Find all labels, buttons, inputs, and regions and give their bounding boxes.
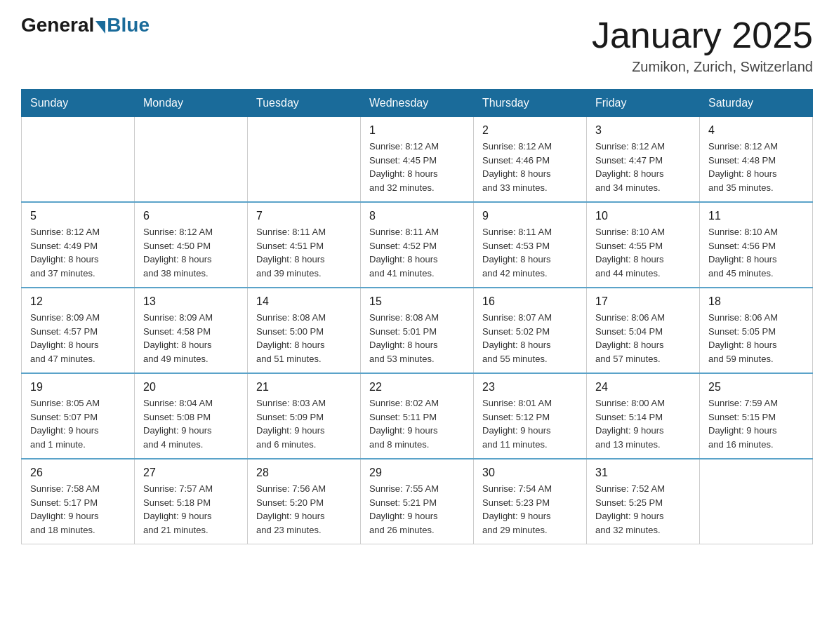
day-info: Sunrise: 7:57 AM Sunset: 5:18 PM Dayligh… (143, 482, 239, 537)
calendar-cell: 25Sunrise: 7:59 AM Sunset: 5:15 PM Dayli… (700, 373, 813, 459)
day-number: 20 (143, 381, 239, 394)
month-title: January 2025 (592, 14, 813, 56)
day-number: 18 (708, 295, 804, 308)
day-info: Sunrise: 8:12 AM Sunset: 4:45 PM Dayligh… (369, 140, 465, 194)
day-number: 13 (143, 295, 239, 308)
day-info: Sunrise: 8:08 AM Sunset: 5:01 PM Dayligh… (369, 311, 465, 365)
calendar-table: SundayMondayTuesdayWednesdayThursdayFrid… (21, 89, 813, 544)
day-number: 29 (369, 467, 465, 479)
calendar-cell: 10Sunrise: 8:10 AM Sunset: 4:55 PM Dayli… (587, 202, 700, 288)
day-info: Sunrise: 8:11 AM Sunset: 4:51 PM Dayligh… (256, 225, 352, 280)
day-number: 9 (482, 210, 578, 222)
calendar-cell: 28Sunrise: 7:56 AM Sunset: 5:20 PM Dayli… (248, 459, 361, 544)
calendar-cell: 6Sunrise: 8:12 AM Sunset: 4:50 PM Daylig… (135, 202, 248, 288)
calendar-cell: 18Sunrise: 8:06 AM Sunset: 5:05 PM Dayli… (700, 288, 813, 373)
calendar-week-row: 5Sunrise: 8:12 AM Sunset: 4:49 PM Daylig… (22, 202, 813, 288)
day-of-week-header: Thursday (474, 90, 587, 117)
day-number: 26 (30, 467, 126, 479)
day-number: 30 (482, 467, 578, 479)
calendar-cell: 9Sunrise: 8:11 AM Sunset: 4:53 PM Daylig… (474, 202, 587, 288)
day-number: 14 (256, 295, 352, 308)
calendar-cell (700, 459, 813, 544)
days-of-week-row: SundayMondayTuesdayWednesdayThursdayFrid… (22, 90, 813, 117)
calendar-cell: 17Sunrise: 8:06 AM Sunset: 5:04 PM Dayli… (587, 288, 700, 373)
day-number: 22 (369, 381, 465, 394)
day-info: Sunrise: 7:54 AM Sunset: 5:23 PM Dayligh… (482, 482, 578, 537)
day-info: Sunrise: 8:00 AM Sunset: 5:14 PM Dayligh… (595, 396, 691, 451)
day-of-week-header: Friday (587, 90, 700, 117)
calendar-cell: 16Sunrise: 8:07 AM Sunset: 5:02 PM Dayli… (474, 288, 587, 373)
day-info: Sunrise: 7:56 AM Sunset: 5:20 PM Dayligh… (256, 482, 352, 537)
day-number: 11 (708, 210, 804, 222)
calendar-cell: 27Sunrise: 7:57 AM Sunset: 5:18 PM Dayli… (135, 459, 248, 544)
day-number: 25 (708, 381, 804, 394)
day-info: Sunrise: 8:02 AM Sunset: 5:11 PM Dayligh… (369, 396, 465, 451)
day-of-week-header: Monday (135, 90, 248, 117)
day-number: 16 (482, 295, 578, 308)
calendar-cell: 7Sunrise: 8:11 AM Sunset: 4:51 PM Daylig… (248, 202, 361, 288)
day-info: Sunrise: 8:03 AM Sunset: 5:09 PM Dayligh… (256, 396, 352, 451)
calendar-cell (135, 117, 248, 203)
day-info: Sunrise: 8:06 AM Sunset: 5:04 PM Dayligh… (595, 311, 691, 365)
day-number: 3 (595, 124, 691, 137)
day-info: Sunrise: 8:10 AM Sunset: 4:55 PM Dayligh… (595, 225, 691, 280)
day-of-week-header: Wednesday (361, 90, 474, 117)
day-of-week-header: Tuesday (248, 90, 361, 117)
logo: General Blue (21, 14, 150, 36)
day-number: 19 (30, 381, 126, 394)
day-info: Sunrise: 8:07 AM Sunset: 5:02 PM Dayligh… (482, 311, 578, 365)
day-number: 5 (30, 210, 126, 222)
logo-blue-text: Blue (107, 14, 150, 36)
calendar-cell: 23Sunrise: 8:01 AM Sunset: 5:12 PM Dayli… (474, 373, 587, 459)
calendar-cell: 5Sunrise: 8:12 AM Sunset: 4:49 PM Daylig… (22, 202, 135, 288)
day-info: Sunrise: 8:11 AM Sunset: 4:53 PM Dayligh… (482, 225, 578, 280)
logo-arrow-icon (95, 21, 105, 34)
day-number: 27 (143, 467, 239, 479)
calendar-cell: 8Sunrise: 8:11 AM Sunset: 4:52 PM Daylig… (361, 202, 474, 288)
day-info: Sunrise: 8:05 AM Sunset: 5:07 PM Dayligh… (30, 396, 126, 451)
calendar-cell (22, 117, 135, 203)
calendar-body: 1Sunrise: 8:12 AM Sunset: 4:45 PM Daylig… (22, 117, 813, 544)
day-of-week-header: Sunday (22, 90, 135, 117)
calendar-header: SundayMondayTuesdayWednesdayThursdayFrid… (22, 90, 813, 117)
day-number: 17 (595, 295, 691, 308)
day-info: Sunrise: 8:04 AM Sunset: 5:08 PM Dayligh… (143, 396, 239, 451)
title-block: January 2025 Zumikon, Zurich, Switzerlan… (592, 14, 813, 75)
calendar-cell: 30Sunrise: 7:54 AM Sunset: 5:23 PM Dayli… (474, 459, 587, 544)
day-number: 15 (369, 295, 465, 308)
day-info: Sunrise: 8:12 AM Sunset: 4:47 PM Dayligh… (595, 140, 691, 194)
calendar-week-row: 1Sunrise: 8:12 AM Sunset: 4:45 PM Daylig… (22, 117, 813, 203)
calendar-cell: 20Sunrise: 8:04 AM Sunset: 5:08 PM Dayli… (135, 373, 248, 459)
calendar-cell: 26Sunrise: 7:58 AM Sunset: 5:17 PM Dayli… (22, 459, 135, 544)
calendar-cell: 2Sunrise: 8:12 AM Sunset: 4:46 PM Daylig… (474, 117, 587, 203)
day-info: Sunrise: 8:10 AM Sunset: 4:56 PM Dayligh… (708, 225, 804, 280)
day-info: Sunrise: 8:08 AM Sunset: 5:00 PM Dayligh… (256, 311, 352, 365)
day-number: 28 (256, 467, 352, 479)
day-of-week-header: Saturday (700, 90, 813, 117)
day-info: Sunrise: 8:01 AM Sunset: 5:12 PM Dayligh… (482, 396, 578, 451)
calendar-cell: 31Sunrise: 7:52 AM Sunset: 5:25 PM Dayli… (587, 459, 700, 544)
calendar-cell: 13Sunrise: 8:09 AM Sunset: 4:58 PM Dayli… (135, 288, 248, 373)
day-info: Sunrise: 8:09 AM Sunset: 4:57 PM Dayligh… (30, 311, 126, 365)
page-header: General Blue January 2025 Zumikon, Zuric… (21, 14, 813, 75)
calendar-cell: 15Sunrise: 8:08 AM Sunset: 5:01 PM Dayli… (361, 288, 474, 373)
calendar-week-row: 26Sunrise: 7:58 AM Sunset: 5:17 PM Dayli… (22, 459, 813, 544)
day-info: Sunrise: 8:12 AM Sunset: 4:46 PM Dayligh… (482, 140, 578, 194)
day-info: Sunrise: 7:59 AM Sunset: 5:15 PM Dayligh… (708, 396, 804, 451)
day-number: 4 (708, 124, 804, 137)
day-info: Sunrise: 7:55 AM Sunset: 5:21 PM Dayligh… (369, 482, 465, 537)
calendar-cell (248, 117, 361, 203)
calendar-cell: 21Sunrise: 8:03 AM Sunset: 5:09 PM Dayli… (248, 373, 361, 459)
calendar-cell: 14Sunrise: 8:08 AM Sunset: 5:00 PM Dayli… (248, 288, 361, 373)
day-info: Sunrise: 7:52 AM Sunset: 5:25 PM Dayligh… (595, 482, 691, 537)
day-number: 31 (595, 467, 691, 479)
day-number: 1 (369, 124, 465, 137)
calendar-cell: 3Sunrise: 8:12 AM Sunset: 4:47 PM Daylig… (587, 117, 700, 203)
calendar-cell: 22Sunrise: 8:02 AM Sunset: 5:11 PM Dayli… (361, 373, 474, 459)
day-info: Sunrise: 8:12 AM Sunset: 4:49 PM Dayligh… (30, 225, 126, 280)
day-number: 21 (256, 381, 352, 394)
day-info: Sunrise: 8:12 AM Sunset: 4:48 PM Dayligh… (708, 140, 804, 194)
day-number: 24 (595, 381, 691, 394)
day-number: 2 (482, 124, 578, 137)
day-number: 7 (256, 210, 352, 222)
